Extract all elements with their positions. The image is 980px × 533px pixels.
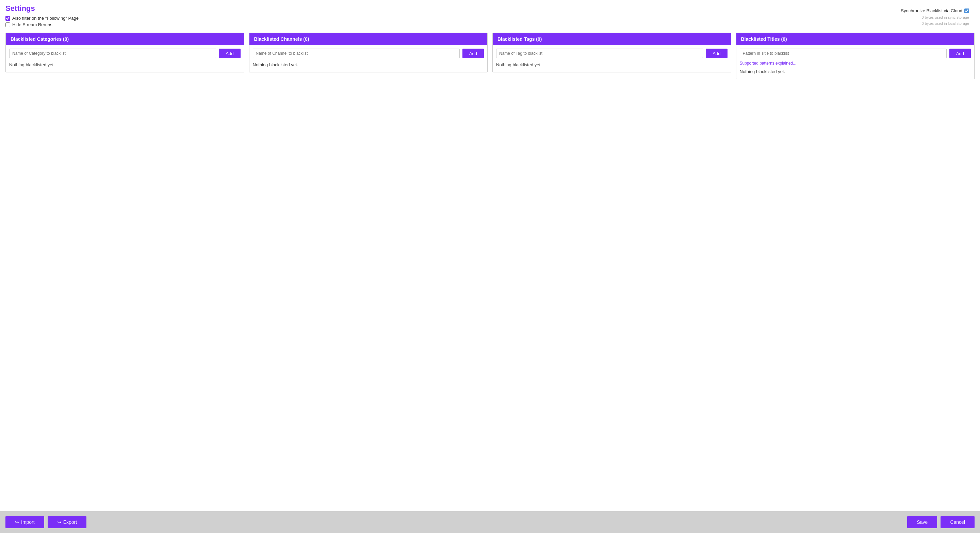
tags-panel: Blacklisted Tags (0) Add Nothing blackli… — [492, 33, 731, 72]
export-button[interactable]: Export — [48, 516, 86, 528]
sync-cloud-label: Synchronize Blacklist via Cloud — [901, 8, 962, 13]
channels-empty-label: Nothing blacklisted yet. — [253, 61, 484, 69]
tags-panel-body: Add Nothing blacklisted yet. — [493, 45, 731, 72]
titles-input-row: Add — [740, 49, 971, 58]
page-title: Settings — [5, 4, 975, 13]
category-add-button[interactable]: Add — [219, 49, 240, 58]
title-pattern-input[interactable] — [740, 49, 947, 58]
channels-panel-header: Blacklisted Channels (0) — [250, 33, 488, 45]
hide-stream-reruns-label: Hide Stream Reruns — [12, 22, 52, 27]
categories-empty-label: Nothing blacklisted yet. — [9, 61, 240, 69]
import-button[interactable]: Import — [5, 516, 44, 528]
footer-bar: Import Export Save Cancel — [0, 511, 980, 533]
panels-row: Blacklisted Categories (0) Add Nothing b… — [5, 33, 975, 79]
categories-panel-body: Add Nothing blacklisted yet. — [6, 45, 244, 72]
titles-panel: Blacklisted Titles (0) Add Supported pat… — [736, 33, 975, 79]
channel-input[interactable] — [253, 49, 460, 58]
channels-panel: Blacklisted Channels (0) Add Nothing bla… — [249, 33, 488, 72]
also-filter-following-label: Also filter on the "Following" Page — [12, 16, 79, 21]
categories-panel-header: Blacklisted Categories (0) — [6, 33, 244, 45]
save-button[interactable]: Save — [907, 516, 937, 528]
categories-panel: Blacklisted Categories (0) Add Nothing b… — [5, 33, 244, 72]
export-label: Export — [63, 519, 77, 525]
also-filter-following-option[interactable]: Also filter on the "Following" Page — [5, 16, 975, 21]
title-add-button[interactable]: Add — [950, 49, 971, 58]
titles-panel-header: Blacklisted Titles (0) — [737, 33, 975, 45]
categories-input-row: Add — [9, 49, 240, 58]
titles-empty-label: Nothing blacklisted yet. — [740, 68, 971, 75]
hide-stream-reruns-checkbox[interactable] — [5, 22, 10, 27]
channels-panel-body: Add Nothing blacklisted yet. — [250, 45, 488, 72]
tags-input-row: Add — [496, 49, 727, 58]
sync-cloud-option[interactable]: Synchronize Blacklist via Cloud — [901, 8, 969, 13]
tags-panel-header: Blacklisted Tags (0) — [493, 33, 731, 45]
category-input[interactable] — [9, 49, 216, 58]
top-right-area: Synchronize Blacklist via Cloud 0 bytes … — [901, 8, 969, 27]
hide-stream-reruns-option[interactable]: Hide Stream Reruns — [5, 22, 975, 27]
supported-patterns-link[interactable]: Supported patterns explained... — [740, 61, 971, 66]
sync-cloud-checkbox[interactable] — [964, 8, 969, 13]
also-filter-following-checkbox[interactable] — [5, 16, 10, 21]
import-icon — [15, 519, 19, 525]
channels-input-row: Add — [253, 49, 484, 58]
footer-left: Import Export — [5, 516, 86, 528]
sync-storage-line: 0 bytes used in sync storage — [901, 14, 969, 21]
import-label: Import — [21, 519, 35, 525]
footer-right: Save Cancel — [907, 516, 975, 528]
tag-add-button[interactable]: Add — [706, 49, 727, 58]
export-icon — [57, 519, 61, 525]
local-storage-line: 0 bytes used in local storage — [901, 21, 969, 27]
channel-add-button[interactable]: Add — [463, 49, 484, 58]
storage-info: 0 bytes used in sync storage 0 bytes use… — [901, 14, 969, 27]
tag-input[interactable] — [496, 49, 703, 58]
tags-empty-label: Nothing blacklisted yet. — [496, 61, 727, 69]
cancel-button[interactable]: Cancel — [940, 516, 975, 528]
titles-panel-body: Add Supported patterns explained... Noth… — [737, 45, 975, 79]
